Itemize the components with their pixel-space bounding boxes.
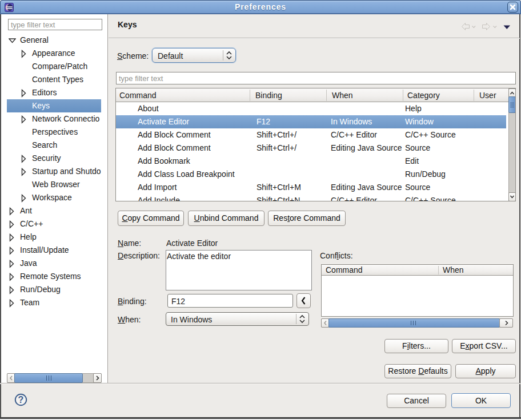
- svg-text:?: ?: [18, 395, 24, 405]
